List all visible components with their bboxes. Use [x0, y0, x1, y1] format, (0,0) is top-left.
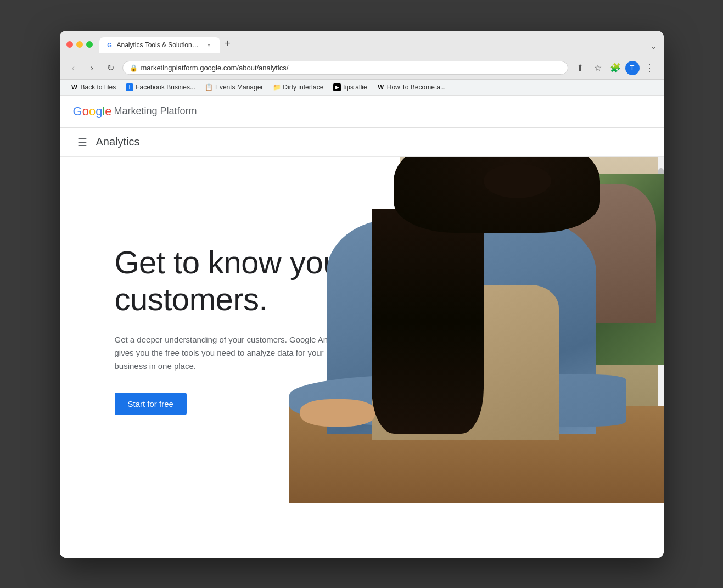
bookmark-label: Events Manager: [215, 83, 263, 91]
bookmark-tips-allie[interactable]: ▶ tips allie: [329, 82, 371, 93]
site-nav: ☰ Analytics: [60, 128, 664, 157]
logo-o1: o: [82, 104, 89, 119]
logo-g2: g: [96, 104, 102, 119]
bookmark-label: Dirty interface: [283, 83, 323, 91]
logo-e: e: [105, 104, 111, 119]
bookmark-label: Facebook Busines...: [136, 83, 195, 91]
bookmark-label: tips allie: [343, 83, 367, 91]
address-bar: ‹ › ↻ 🔒 marketingplatform.google.com/abo…: [60, 57, 664, 80]
window-controls: [66, 41, 93, 48]
bookmark-button[interactable]: ☆: [590, 60, 606, 76]
logo-G: G: [73, 104, 82, 119]
woman-hands: [300, 399, 375, 427]
tips-favicon: ▶: [333, 83, 341, 91]
bookmark-events-manager[interactable]: 📋 Events Manager: [201, 82, 267, 93]
browser-window: G Analytics Tools & Solutions fo × + ⌄ ‹…: [60, 31, 664, 558]
fb-favicon: f: [126, 83, 133, 91]
lock-icon: 🔒: [130, 64, 138, 72]
maximize-button[interactable]: [86, 41, 93, 48]
url-text: marketingplatform.google.com/about/analy…: [141, 64, 561, 72]
tab-favicon: G: [106, 41, 114, 49]
minimize-button[interactable]: [76, 41, 83, 48]
bookmark-label: How To Become a...: [387, 83, 446, 91]
woman-hair-bun: [484, 164, 551, 198]
extensions-button[interactable]: 🧩: [608, 60, 623, 76]
hamburger-icon: ☰: [77, 136, 87, 149]
forward-button[interactable]: ›: [85, 61, 99, 75]
menu-button[interactable]: ⋮: [642, 60, 657, 76]
title-bar: G Analytics Tools & Solutions fo × + ⌄: [60, 31, 664, 57]
tab-close-button[interactable]: ×: [205, 41, 214, 49]
address-bar-actions: ⬆ ☆ 🧩 T ⋮: [573, 60, 657, 76]
cta-button[interactable]: Start for free: [115, 393, 187, 415]
close-button[interactable]: [66, 41, 73, 48]
platform-name: Marketing Platform: [114, 105, 197, 117]
hero-subtext: Get a deeper understanding of your custo…: [115, 333, 356, 373]
footer-space: [60, 503, 664, 558]
howtobe-favicon: W: [377, 83, 385, 91]
active-tab[interactable]: G Analytics Tools & Solutions fo ×: [99, 37, 220, 53]
expand-button[interactable]: ⌄: [651, 42, 657, 51]
logo-o2: o: [89, 104, 96, 119]
nav-section-title: Analytics: [96, 128, 140, 156]
page-content: G o o g l e Marketing Platform ☰ Analyti…: [60, 96, 664, 558]
dirty-favicon: 📁: [273, 83, 281, 91]
site-header: G o o g l e Marketing Platform: [60, 96, 664, 128]
bookmark-dirty-interface[interactable]: 📁 Dirty interface: [268, 82, 328, 93]
profile-avatar[interactable]: T: [625, 61, 640, 75]
bookmark-back-to-files[interactable]: W Back to files: [66, 82, 121, 93]
three-dots-icon: ⋮: [644, 62, 654, 74]
bookmark-label: Back to files: [81, 83, 116, 91]
hamburger-menu-button[interactable]: ☰: [73, 128, 92, 156]
events-favicon: 📋: [205, 83, 213, 91]
bookmarks-bar: W Back to files f Facebook Busines... 📋 …: [60, 80, 664, 96]
share-button[interactable]: ⬆: [573, 60, 588, 76]
wix-favicon: W: [71, 83, 79, 91]
hero-section: Get to know your customers. Get a deeper…: [60, 157, 664, 503]
tab-title: Analytics Tools & Solutions fo: [117, 41, 201, 49]
google-logo: G o o g l e Marketing Platform: [73, 104, 197, 119]
woman-hair-long: [372, 209, 484, 434]
bookmark-how-to-become[interactable]: W How To Become a...: [373, 82, 450, 93]
back-button[interactable]: ‹: [66, 61, 81, 75]
new-tab-button[interactable]: +: [220, 36, 236, 52]
url-bar[interactable]: 🔒 marketingplatform.google.com/about/ana…: [122, 61, 568, 75]
bookmark-facebook[interactable]: f Facebook Busines...: [121, 82, 200, 93]
reload-button[interactable]: ↻: [104, 61, 118, 75]
